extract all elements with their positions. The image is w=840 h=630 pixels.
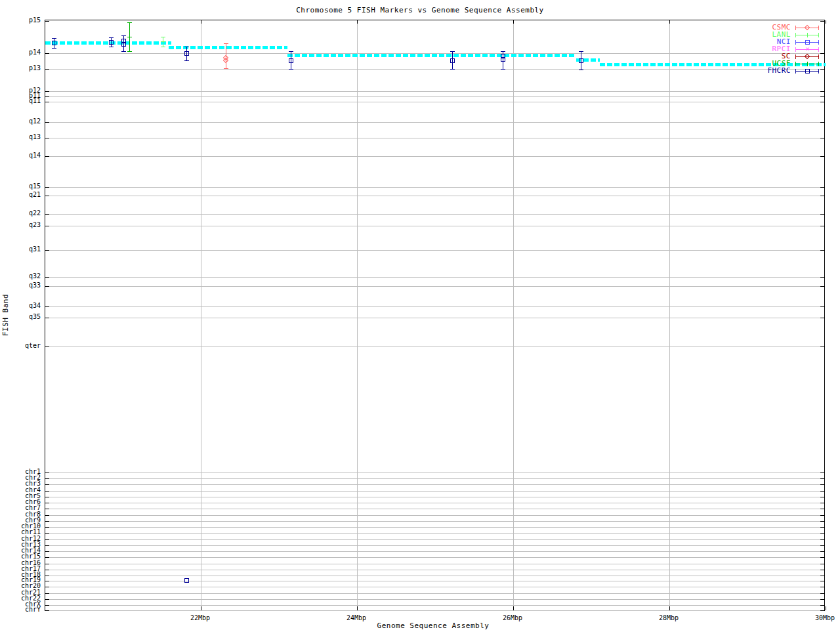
legend-label-fhcrc: FHCRC — [725, 67, 791, 74]
legend-sample-cap — [818, 69, 819, 74]
legend-sample-cap — [818, 47, 819, 52]
legend-sample-cap — [795, 62, 796, 66]
legend-sample-cap — [818, 54, 819, 59]
legend-label-rpci: RPCI — [725, 45, 791, 52]
legend-sample-cap — [795, 40, 796, 45]
legend-sample-cap — [795, 54, 796, 59]
legend-sample-cap — [795, 26, 796, 30]
legend-sample-cap — [818, 62, 819, 66]
plus-marker-icon — [807, 62, 808, 66]
square-marker-icon — [805, 40, 810, 45]
chart-canvas: Chromosome 5 FISH Markers vs Genome Sequ… — [0, 0, 840, 630]
legend-sample-cap — [818, 26, 819, 30]
legend-sample-cap — [818, 33, 819, 37]
legend-sample-cap — [795, 69, 796, 74]
legend-sample-cap — [795, 33, 796, 37]
square-marker-icon — [805, 69, 810, 74]
plus-marker-icon — [807, 33, 808, 37]
diamond-marker-icon — [805, 54, 810, 59]
diamond-marker-icon — [805, 25, 810, 30]
legend-sample-cap — [818, 40, 819, 45]
legend: CSMCLANLNCIRPCI×SCUCSFFHCRC — [0, 0, 840, 630]
legend-sample-cap — [795, 47, 796, 52]
x-marker-icon: × — [805, 45, 810, 52]
